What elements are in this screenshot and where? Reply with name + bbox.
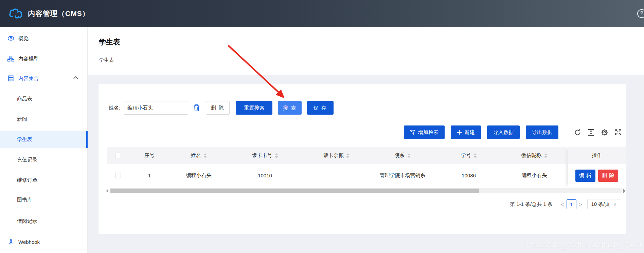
cell-name: 编程小石头 — [170, 172, 228, 179]
eye-icon — [7, 35, 14, 42]
add-filter-button[interactable]: 增加检索 — [404, 125, 445, 139]
col-header-actions: 操作 — [592, 152, 602, 159]
data-table: 序号 姓名 饭卡卡号 饭卡余额 院系 学号 微信昵称 1 编程小石头 10010… — [107, 147, 566, 187]
settings-gear-icon[interactable] — [601, 129, 608, 136]
create-label: 新建 — [465, 129, 475, 136]
page-number-button[interactable]: 1 — [567, 199, 576, 209]
search-button[interactable]: 搜 索 — [278, 101, 302, 115]
sidebar-item-label: 学生表 — [17, 136, 32, 143]
sort-icon[interactable] — [346, 153, 350, 158]
page-size-value: 10 条/页 — [591, 201, 610, 208]
cell-card-no: 10010 — [228, 173, 302, 178]
rocket-icon — [7, 238, 14, 245]
row-checkbox[interactable] — [115, 173, 121, 178]
table-header-row: 序号 姓名 饭卡卡号 饭卡余额 院系 学号 微信昵称 — [107, 147, 566, 164]
sidebar-item-label: 图书库 — [17, 197, 32, 203]
sidebar-item-overview[interactable]: 概览 — [0, 30, 88, 47]
table-toolbar: 增加检索 新建 导入数据 导出数据 — [99, 125, 626, 139]
next-page-icon[interactable]: > — [576, 201, 585, 207]
prev-page-icon[interactable]: < — [558, 201, 567, 207]
create-button[interactable]: 新建 — [451, 125, 481, 139]
sidebar-item-label: 概览 — [18, 35, 29, 42]
pagination: 第 1-1 条/总共 1 条 < 1 > 10 条/页 ∨ — [99, 199, 620, 210]
help-icon[interactable]: ? — [637, 9, 644, 18]
trash-icon[interactable] — [193, 104, 200, 112]
sidebar-item-news[interactable]: 新闻 — [0, 111, 88, 128]
top-navbar: 内容管理（CMS） ? — [0, 0, 644, 27]
sidebar-item-book-library[interactable]: 图书库 — [0, 191, 88, 208]
name-search-input[interactable] — [124, 101, 188, 115]
import-data-button[interactable]: 导入数据 — [487, 125, 520, 139]
content-card: 姓名: 删 除 重置搜索 搜 索 保 存 增加检索 新建 导入数据 导出数据 — [99, 84, 626, 234]
sidebar-item-repair-orders[interactable]: 维修订单 — [0, 172, 88, 189]
sidebar-item-content-collection[interactable]: 内容集合 — [0, 70, 88, 87]
plus-icon — [457, 130, 462, 135]
sidebar-item-goods-table[interactable]: 商品表 — [0, 90, 88, 107]
cell-department: 管理学院市场营销系 — [370, 172, 435, 179]
scrollbar-thumb[interactable] — [110, 189, 479, 193]
cell-student-no: 10086 — [435, 173, 503, 178]
col-header-card-no[interactable]: 饭卡卡号 — [228, 152, 302, 159]
sidebar-item-label: 维修订单 — [17, 177, 37, 183]
cell-balance: - — [302, 173, 370, 178]
page-size-select[interactable]: 10 条/页 ∨ — [587, 199, 620, 209]
export-data-button[interactable]: 导出数据 — [526, 125, 558, 139]
delete-filter-button[interactable]: 删 除 — [206, 101, 230, 115]
page-subtitle: 学生表 — [99, 57, 114, 63]
sidebar-item-borrow-records[interactable]: 借阅记录 — [0, 213, 88, 230]
horizontal-scrollbar — [106, 188, 626, 193]
edit-row-button[interactable]: 编 辑 — [575, 170, 595, 182]
watermark-text: https://blog.csdn.net/qiushi_1990 — [526, 241, 641, 250]
cell-wechat: 编程小石头 — [503, 172, 566, 179]
sort-icon[interactable] — [473, 153, 477, 158]
selected-indicator-bar — [86, 131, 88, 148]
scrollbar-track[interactable] — [110, 188, 622, 193]
name-field-label: 姓名: — [109, 105, 120, 111]
col-header-department[interactable]: 院系 — [370, 152, 435, 159]
sidebar-item-student-table[interactable]: 学生表 — [0, 131, 88, 148]
page-title: 学生表 — [99, 37, 120, 47]
scroll-right-arrow-icon[interactable] — [623, 189, 626, 193]
reset-search-button[interactable]: 重置搜索 — [236, 101, 272, 115]
col-header-seq: 序号 — [129, 152, 170, 159]
table-icon-group — [568, 129, 622, 136]
col-header-wechat[interactable]: 微信昵称 — [503, 152, 566, 159]
fullscreen-icon[interactable] — [614, 129, 622, 136]
delete-row-button[interactable]: 删 除 — [598, 170, 618, 182]
pagination-info: 第 1-1 条/总共 1 条 — [510, 201, 553, 208]
funnel-icon — [410, 130, 415, 135]
sidebar-item-label: 借阅记录 — [17, 218, 37, 225]
app-title: 内容管理（CMS） — [28, 9, 90, 18]
sitemap-icon — [7, 55, 14, 62]
col-header-name[interactable]: 姓名 — [170, 152, 228, 159]
refresh-icon[interactable] — [574, 129, 581, 136]
add-filter-label: 增加检索 — [418, 129, 439, 136]
toolbar-divider — [564, 126, 564, 138]
sort-icon[interactable] — [544, 153, 548, 158]
sort-icon[interactable] — [275, 153, 278, 158]
select-all-checkbox[interactable] — [115, 153, 121, 158]
collection-icon — [7, 75, 14, 82]
page-header: 学生表 学生表 — [88, 27, 644, 75]
sidebar-item-label: 内容集合 — [18, 75, 39, 82]
sidebar-item-label: Webhook — [18, 239, 40, 245]
sidebar-item-label: 充值记录 — [17, 157, 37, 163]
sidebar-item-label: 新闻 — [17, 116, 27, 122]
scroll-left-arrow-icon[interactable] — [106, 189, 108, 193]
sidebar-item-recharge-records[interactable]: 充值记录 — [0, 151, 88, 168]
row-height-icon[interactable] — [587, 129, 595, 136]
chevron-down-icon: ∨ — [613, 202, 616, 207]
search-bar: 姓名: 删 除 重置搜索 搜 索 保 存 — [109, 101, 334, 115]
col-header-student-no[interactable]: 学号 — [435, 152, 503, 159]
sidebar-item-webhook[interactable]: Webhook — [0, 233, 88, 250]
sidebar-item-label: 内容模型 — [18, 56, 39, 62]
sidebar-item-label: 商品表 — [17, 96, 32, 102]
sort-icon[interactable] — [203, 153, 207, 158]
cloudbase-logo-icon — [8, 8, 23, 19]
sort-icon[interactable] — [407, 153, 411, 158]
col-header-balance[interactable]: 饭卡余额 — [302, 152, 370, 159]
sidebar-item-content-model[interactable]: 内容模型 — [0, 50, 88, 67]
save-button[interactable]: 保 存 — [307, 101, 334, 115]
chevron-up-icon[interactable] — [73, 76, 78, 79]
table-row[interactable]: 1 编程小石头 10010 - 管理学院市场营销系 10086 编程小石头 — [107, 164, 566, 187]
